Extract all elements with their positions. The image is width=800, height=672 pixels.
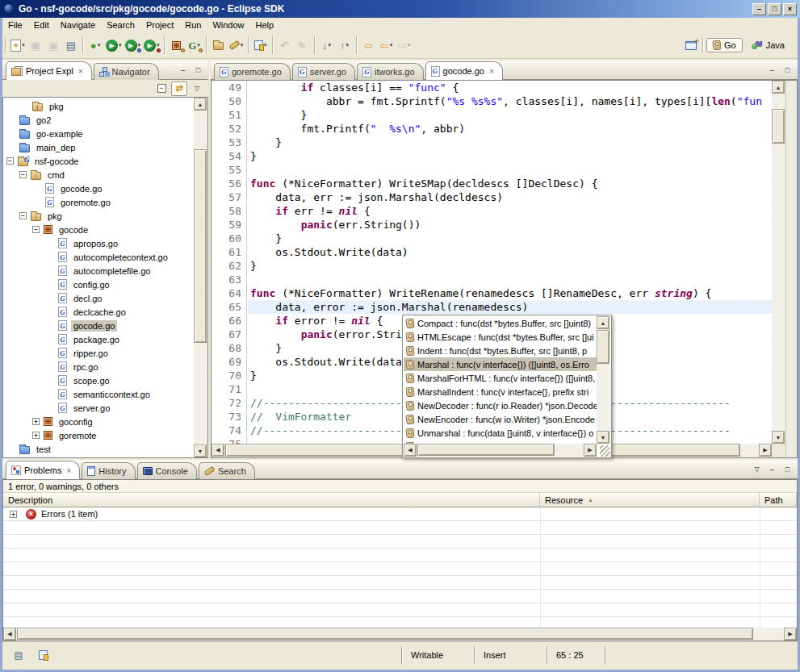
- problem-row[interactable]: +Errors (1 item): [3, 507, 797, 521]
- snippet-mini-button[interactable]: [35, 648, 51, 662]
- problems-horizontal-scrollbar[interactable]: ◀ ▶: [3, 628, 797, 641]
- next-annotation-button[interactable]: ↑▾: [336, 36, 354, 54]
- close-icon[interactable]: ×: [489, 67, 494, 76]
- scroll-down-button[interactable]: ▼: [772, 431, 785, 444]
- open-resource-button[interactable]: [210, 36, 228, 54]
- tree-item-test[interactable]: test: [3, 442, 194, 456]
- tab-goremote-go[interactable]: goremote.go: [214, 63, 291, 80]
- back-to-last-edit-button[interactable]: ⇦: [360, 36, 378, 54]
- run-history-button[interactable]: ▶▾: [124, 36, 143, 54]
- dropdown-arrow-icon[interactable]: ▾: [329, 42, 332, 48]
- dropdown-arrow-icon[interactable]: ▾: [138, 42, 141, 48]
- menu-run[interactable]: Run: [179, 19, 207, 31]
- dropdown-arrow-icon[interactable]: ▾: [264, 42, 267, 48]
- tree-item-declcache-go[interactable]: declcache.go: [3, 305, 194, 319]
- tree-item-go2[interactable]: go2: [3, 113, 194, 127]
- open-perspective-button[interactable]: [682, 36, 700, 54]
- scroll-right-button[interactable]: ▶: [584, 444, 597, 457]
- completion-item[interactable]: NewEncoder : func(w io.Writer) *json.Enc…: [404, 412, 597, 426]
- link-with-editor-button[interactable]: ⇄: [171, 81, 187, 96]
- new-class-button[interactable]: G▾: [186, 36, 203, 54]
- tab-server-go[interactable]: server.go: [292, 63, 355, 80]
- column-header-resource[interactable]: Resource▲: [540, 493, 760, 507]
- dropdown-arrow-icon[interactable]: ▾: [98, 42, 101, 48]
- column-header-path[interactable]: Path: [760, 493, 797, 507]
- menu-navigate[interactable]: Navigate: [55, 19, 101, 31]
- minimize-button[interactable]: –: [752, 3, 766, 15]
- new-wizard-button[interactable]: ★▾: [9, 36, 27, 54]
- close-button[interactable]: ×: [783, 3, 797, 15]
- tree-item-ripper-go[interactable]: ripper.go: [3, 346, 194, 360]
- expander-expanded-icon[interactable]: −: [6, 157, 14, 165]
- column-header-description[interactable]: Description: [3, 493, 540, 507]
- expander-expanded-icon[interactable]: −: [19, 212, 27, 219]
- run-button[interactable]: ▶▾: [104, 36, 124, 54]
- collapse-all-button[interactable]: −: [153, 81, 170, 96]
- dropdown-arrow-icon[interactable]: ▾: [390, 42, 393, 48]
- tab-search[interactable]: Search: [199, 462, 255, 479]
- scroll-up-button[interactable]: ▲: [597, 316, 609, 329]
- tree-item-cmd[interactable]: −cmd: [3, 168, 194, 182]
- menu-project[interactable]: Project: [140, 19, 179, 31]
- tab-history[interactable]: History: [82, 462, 135, 479]
- minimize-view-button[interactable]: –: [765, 64, 779, 76]
- scroll-down-button[interactable]: ▼: [194, 445, 207, 457]
- tree-item-autocompletefile-go[interactable]: autocompletefile.go: [3, 264, 194, 278]
- new-package-button[interactable]: [168, 36, 186, 54]
- expander-expanded-icon[interactable]: −: [19, 171, 27, 178]
- editor-vertical-scrollbar[interactable]: ▲ ▼: [772, 81, 785, 444]
- back-button[interactable]: ⇦▾: [378, 36, 396, 54]
- perspective-go-button[interactable]: Go: [706, 38, 743, 52]
- tree-item-gocode[interactable]: −gocode: [3, 223, 194, 236]
- tree-item-nsf-gocode[interactable]: −nsf-gocode: [3, 154, 194, 168]
- expander-collapsed-icon[interactable]: +: [10, 511, 17, 518]
- scroll-left-button[interactable]: ◀: [404, 444, 417, 457]
- tree-item-apropos-go[interactable]: apropos.go: [3, 236, 194, 250]
- scrollbar-thumb[interactable]: [417, 444, 555, 456]
- tree-item-goremote-go[interactable]: goremote.go: [3, 195, 194, 209]
- scroll-up-button[interactable]: ▲: [194, 98, 207, 111]
- dropdown-arrow-icon[interactable]: ▾: [157, 42, 160, 48]
- scroll-left-button[interactable]: ◀: [212, 444, 224, 457]
- tab-console[interactable]: Console: [137, 462, 197, 479]
- tree-item-go-example[interactable]: go-example: [3, 127, 194, 140]
- tree-item-gocode-go[interactable]: gocode.go: [3, 182, 194, 195]
- expander-collapsed-icon[interactable]: +: [32, 418, 40, 425]
- dropdown-arrow-icon[interactable]: ▾: [408, 42, 411, 48]
- completion-item[interactable]: MarshalForHTML : func(v interface{}) ([]…: [404, 371, 597, 385]
- tree-item-server-go[interactable]: server.go: [3, 401, 194, 415]
- tree-item-goremote[interactable]: +goremote: [3, 428, 194, 442]
- tree-vertical-scrollbar[interactable]: ▲ ▼: [194, 98, 207, 457]
- completion-item[interactable]: Indent : func(dst *bytes.Buffer, src []u…: [404, 344, 597, 357]
- completion-item[interactable]: NewDecoder : func(r io.Reader) *json.Dec…: [404, 399, 597, 412]
- tab-navigator[interactable]: Navigator: [94, 63, 159, 80]
- view-menu-button[interactable]: ▽: [189, 81, 205, 96]
- popup-vertical-scrollbar[interactable]: ▲ ▼: [597, 316, 610, 444]
- close-icon[interactable]: ×: [78, 67, 83, 76]
- external-tools-button[interactable]: ▶▾: [142, 36, 161, 54]
- minimize-view-button[interactable]: –: [176, 64, 190, 76]
- scroll-right-button[interactable]: ▶: [759, 444, 772, 457]
- menu-window[interactable]: Window: [207, 19, 249, 31]
- maximize-view-button[interactable]: □: [781, 463, 794, 475]
- debug-button[interactable]: ●▾: [86, 36, 104, 54]
- tree-item-decl-go[interactable]: decl.go: [3, 291, 194, 305]
- completion-item[interactable]: Marshal : func(v interface{}) ([]uint8, …: [404, 357, 597, 371]
- close-icon[interactable]: ×: [66, 466, 71, 475]
- completion-item[interactable]: Compact : func(dst *bytes.Buffer, src []…: [404, 316, 597, 330]
- tree-item-pkg[interactable]: −pkg: [3, 209, 194, 223]
- scroll-left-button[interactable]: ◀: [3, 628, 16, 641]
- expander-collapsed-icon[interactable]: +: [32, 432, 40, 439]
- menu-search[interactable]: Search: [101, 19, 140, 31]
- perspective-java-button[interactable]: Java: [745, 38, 791, 52]
- tab-problems[interactable]: Problems×: [6, 461, 80, 479]
- new-wizard-mini-button[interactable]: ▤: [10, 648, 27, 662]
- scrollbar-thumb[interactable]: [17, 628, 753, 640]
- completion-item[interactable]: MarshalIndent : func(v interface{}, pref…: [404, 385, 597, 399]
- tree-item-rpc-go[interactable]: rpc.go: [3, 360, 194, 374]
- scroll-up-button[interactable]: ▲: [772, 81, 785, 94]
- tree-item-package-go[interactable]: package.go: [3, 332, 194, 346]
- scrollbar-thumb[interactable]: [194, 149, 207, 343]
- tab-project-expl[interactable]: Project Expl×: [6, 61, 92, 80]
- scroll-down-button[interactable]: ▼: [597, 431, 609, 444]
